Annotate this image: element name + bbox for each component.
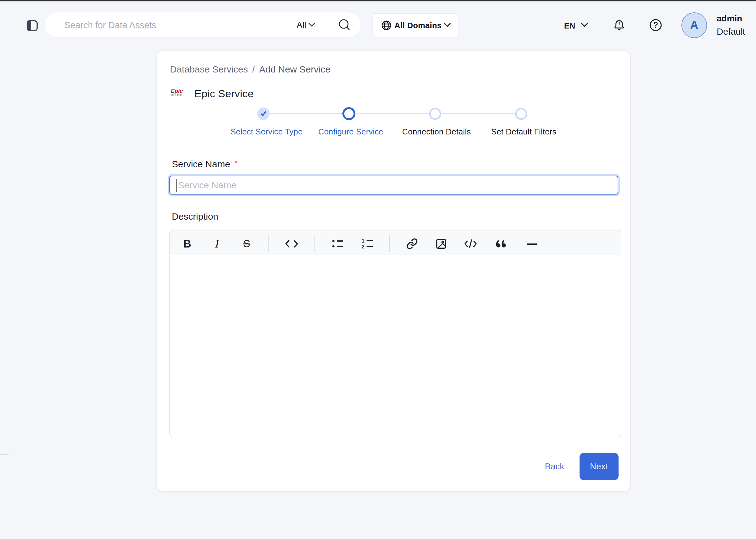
svg-text:2: 2 xyxy=(362,244,364,250)
svg-text:1: 1 xyxy=(362,238,364,244)
